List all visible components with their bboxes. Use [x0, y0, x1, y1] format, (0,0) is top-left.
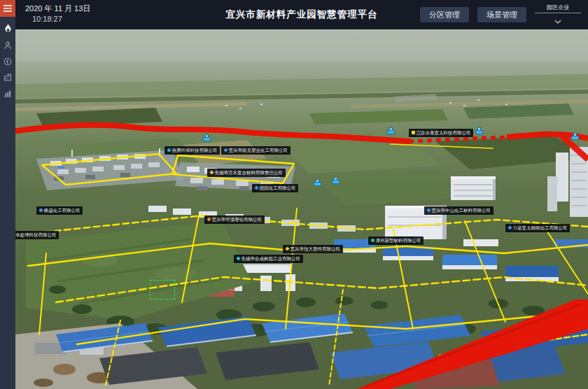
company-name: 潭州新型材料有限公司	[376, 239, 421, 243]
map-label[interactable]: 无锡市合成树脂工业有限公司	[234, 255, 303, 263]
chevron-down-icon	[554, 20, 561, 24]
map-label[interactable]: 江苏永泰亚太科技有限公司	[409, 129, 473, 137]
smart-park-platform: 2020 年 11 月 13日 10:18:27 宜兴市新材料产业园智慧管理平台…	[0, 0, 588, 389]
company-marker-icon	[206, 218, 211, 222]
map-label[interactable]: 横盛化工有限公司	[36, 206, 83, 215]
company-name: 宜兴市凯克塑业化工有限公司	[229, 148, 288, 153]
park-enterprise-dropdown[interactable]: 园区企业	[535, 3, 581, 27]
factory-button[interactable]	[2, 72, 13, 82]
marker-base	[332, 180, 340, 184]
dropdown-label: 园区企业	[535, 4, 581, 11]
hamburger-icon	[4, 5, 12, 12]
factory-icon	[4, 73, 12, 81]
fire-icon	[4, 24, 12, 33]
map-label[interactable]: 兴国际水处理科技有限公司	[15, 231, 59, 239]
marker-base	[387, 130, 395, 134]
map-label[interactable]: 宜兴市恒大塑件有限公司	[283, 245, 343, 253]
fire-alarm-button[interactable]	[2, 23, 13, 33]
dropdown-divider	[535, 13, 581, 13]
map-label[interactable]: 宜兴市凯克塑业化工有限公司	[221, 146, 290, 155]
map-3d-view[interactable]: 燕腾环保科技有限公司宜兴市凯克塑业化工有限公司无锡市万木复合材料有限责任公司德固…	[15, 29, 588, 389]
company-name: 德固化工有限公司	[260, 186, 296, 191]
marker-base	[203, 137, 211, 141]
marker-base	[475, 130, 483, 134]
map-label[interactable]: 力诺亚太精细化工有限公司	[505, 224, 570, 232]
map-label[interactable]: 潭州新型材料有限公司	[368, 236, 424, 245]
company-name: 力诺亚太精细化工有限公司	[513, 226, 568, 231]
statistics-button[interactable]	[2, 88, 13, 98]
company-marker-icon	[285, 247, 289, 251]
company-name: 兴国际水处理科技有限公司	[15, 233, 57, 238]
map-label[interactable]: 燕腾环保科技有限公司	[164, 146, 220, 155]
company-marker-icon	[507, 226, 512, 230]
company-name: 宜兴市恒大塑件有限公司	[290, 247, 341, 252]
marker-base	[571, 136, 579, 140]
map-label[interactable]: 德固化工有限公司	[252, 184, 298, 192]
marker-base	[314, 182, 321, 186]
company-marker-icon	[167, 148, 171, 152]
company-marker-icon	[371, 239, 374, 242]
user-icon	[4, 41, 12, 50]
blue-model-marker[interactable]	[203, 134, 211, 141]
user-button[interactable]	[2, 41, 13, 50]
company-marker-icon	[236, 257, 240, 261]
company-name: 无锡市万木复合材料有限责任公司	[215, 171, 284, 176]
company-name: 宜兴市中山化工材料有限公司	[432, 208, 491, 213]
blue-model-marker[interactable]	[332, 177, 340, 184]
datetime: 2020 年 11 月 13日 10:18:27	[25, 3, 90, 24]
map-label-layer: 燕腾环保科技有限公司宜兴市凯克塑业化工有限公司无锡市万木复合材料有限责任公司德固…	[15, 29, 588, 389]
menu-button[interactable]	[0, 0, 15, 17]
header-time: 10:18:27	[32, 14, 90, 24]
map-label[interactable]: 宜兴市中山化工材料有限公司	[424, 206, 493, 215]
company-marker-icon	[426, 208, 430, 213]
company-name: 江苏永泰亚太科技有限公司	[416, 131, 471, 136]
blue-model-marker[interactable]	[387, 127, 396, 134]
header-actions: 分区管理 场景管理 园区企业	[420, 0, 581, 29]
map-label[interactable]: 宜兴市华顶塑化有限公司	[204, 215, 265, 224]
scene-manage-button[interactable]: 场景管理	[477, 7, 526, 22]
top-bar: 2020 年 11 月 13日 10:18:27 宜兴市新材料产业园智慧管理平台…	[15, 0, 588, 29]
company-name: 横盛化工有限公司	[44, 208, 80, 213]
company-marker-icon	[39, 208, 43, 212]
company-marker-icon	[209, 171, 214, 175]
company-marker-icon	[412, 131, 415, 134]
sidebar	[0, 0, 15, 389]
selection-box[interactable]	[150, 280, 175, 299]
map-label[interactable]: 无锡市万木复合材料有限责任公司	[207, 169, 286, 177]
header-date: 2020 年 11 月 13日	[25, 3, 90, 14]
blue-model-marker[interactable]	[314, 179, 322, 186]
energy-icon	[4, 57, 12, 66]
company-name: 宜兴市华顶塑化有限公司	[212, 218, 262, 222]
zone-manage-button[interactable]: 分区管理	[420, 7, 469, 22]
company-name: 无锡市合成树脂工业有限公司	[241, 257, 301, 262]
company-marker-icon	[223, 148, 227, 153]
blue-model-marker[interactable]	[475, 127, 484, 134]
company-marker-icon	[254, 186, 258, 190]
blue-model-marker[interactable]	[571, 133, 580, 140]
bar-chart-icon	[4, 89, 12, 97]
energy-button[interactable]	[2, 57, 13, 66]
company-name: 燕腾环保科技有限公司	[172, 148, 218, 153]
